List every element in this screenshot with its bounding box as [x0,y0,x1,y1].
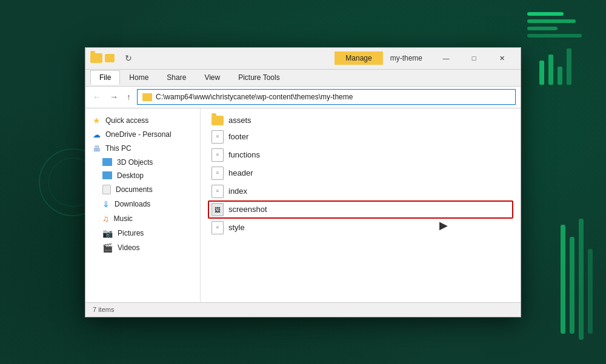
sidebar-label-this-pc: This PC [105,144,132,153]
window-title-text: my-theme [383,54,430,62]
status-text: 7 items [93,306,114,313]
sidebar-item-videos[interactable]: 🎬 Videos [85,240,200,255]
sidebar: ★ Quick access ☁ OneDrive - Personal 🖶 T… [85,108,201,302]
minimize-button[interactable]: — [432,47,460,69]
bg-decoration-top-right [527,12,588,91]
folder-assets-icon [211,116,224,125]
file-item-index[interactable]: index [208,182,513,200]
file-label-index: index [228,187,247,196]
forward-button[interactable]: → [107,91,121,103]
menu-tab-view[interactable]: View [195,70,229,85]
php-style-icon [211,221,224,234]
sidebar-item-pictures[interactable]: 📷 Pictures [85,226,200,240]
svg-rect-5 [548,55,553,85]
sidebar-label-desktop: Desktop [117,171,144,180]
title-small-icon [105,54,115,62]
address-folder-icon [142,93,152,101]
sidebar-item-downloads[interactable]: ⇓ Downloads [85,197,200,211]
svg-rect-2 [527,27,558,30]
address-bar: ← → ↑ C:\wamp64\www\christycanete\wp-con… [85,87,521,108]
sidebar-label-quick-access: Quick access [105,116,148,125]
svg-rect-1 [527,19,576,23]
menu-tab-home[interactable]: Home [120,70,158,85]
computer-icon: 🖶 [93,144,101,153]
svg-rect-4 [539,61,544,85]
menu-bar: File Home Share View Picture Tools [85,70,521,87]
img-screenshot-icon [211,203,224,216]
file-item-screenshot[interactable]: screenshot [208,200,513,219]
folder-desktop-icon [102,171,112,179]
php-footer-icon [211,130,224,144]
explorer-window: ↻ Manage my-theme — □ ✕ File Home Share … [85,47,521,317]
title-undo-icon: ↻ [125,53,132,63]
file-label-style: style [228,223,245,232]
title-folder-icon [90,53,102,63]
menu-tab-share[interactable]: Share [158,70,195,85]
up-button[interactable]: ↑ [124,91,133,103]
file-item-assets[interactable]: assets [208,113,513,128]
docs-icon [102,185,111,194]
file-item-functions[interactable]: functions [208,146,513,164]
svg-rect-11 [588,249,593,334]
downloads-icon: ⇓ [102,199,110,209]
file-label-functions: functions [228,150,260,159]
sidebar-label-videos: Videos [118,243,139,252]
svg-rect-10 [579,219,584,340]
bg-decoration-bottom-right [561,213,597,346]
status-bar: 7 items [85,302,521,317]
star-icon: ★ [93,116,101,125]
menu-tab-file[interactable]: File [90,70,120,85]
sidebar-item-documents[interactable]: Documents [85,182,200,197]
php-header-icon [211,167,224,180]
cloud-icon: ☁ [93,130,101,139]
title-bar: ↻ Manage my-theme — □ ✕ [85,48,521,70]
sidebar-label-onedrive: OneDrive - Personal [105,130,171,139]
sidebar-item-onedrive[interactable]: ☁ OneDrive - Personal [85,128,200,142]
svg-rect-3 [527,34,582,38]
menu-tab-picture-tools[interactable]: Picture Tools [229,70,288,85]
main-area: ★ Quick access ☁ OneDrive - Personal 🖶 T… [85,108,521,302]
close-button[interactable]: ✕ [488,47,516,69]
back-button[interactable]: ← [90,91,104,103]
sidebar-item-desktop[interactable]: Desktop [85,169,200,182]
file-label-assets: assets [228,116,251,125]
file-item-header[interactable]: header [208,164,513,182]
maximize-button[interactable]: □ [460,47,488,69]
sidebar-label-music: Music [114,214,133,223]
sidebar-label-downloads: Downloads [115,200,150,208]
sidebar-item-music[interactable]: ♫ Music [85,211,200,226]
php-functions-icon [211,148,224,162]
file-list: assets footer functions header index [201,108,521,302]
sidebar-item-quick-access[interactable]: ★ Quick access [85,113,200,128]
address-text: C:\wamp64\www\christycanete\wp-content\t… [156,93,353,101]
sidebar-label-3d-objects: 3D Objects [117,158,153,167]
svg-rect-0 [527,12,564,16]
folder-3d-icon [102,158,112,166]
svg-rect-7 [567,48,571,85]
svg-rect-6 [558,67,562,85]
file-label-screenshot: screenshot [228,205,267,214]
title-bar-controls: — □ ✕ [432,48,516,69]
title-bar-tabs: Manage my-theme [335,48,430,69]
file-item-style[interactable]: style [208,219,513,237]
svg-rect-8 [561,225,565,334]
file-label-header: header [228,168,253,177]
file-item-footer[interactable]: footer [208,128,513,146]
pictures-icon: 📷 [102,228,113,238]
php-index-icon [211,185,224,198]
title-bar-icons: ↻ [90,48,332,69]
sidebar-item-3d-objects[interactable]: 3D Objects [85,156,200,169]
svg-rect-9 [570,237,574,334]
sidebar-label-documents: Documents [116,185,153,194]
address-field[interactable]: C:\wamp64\www\christycanete\wp-content\t… [137,89,516,105]
music-icon: ♫ [102,214,109,223]
sidebar-item-this-pc[interactable]: 🖶 This PC [85,142,200,156]
file-label-footer: footer [228,132,248,141]
manage-tab[interactable]: Manage [335,51,382,65]
sidebar-label-pictures: Pictures [118,229,144,237]
videos-icon: 🎬 [102,243,113,253]
